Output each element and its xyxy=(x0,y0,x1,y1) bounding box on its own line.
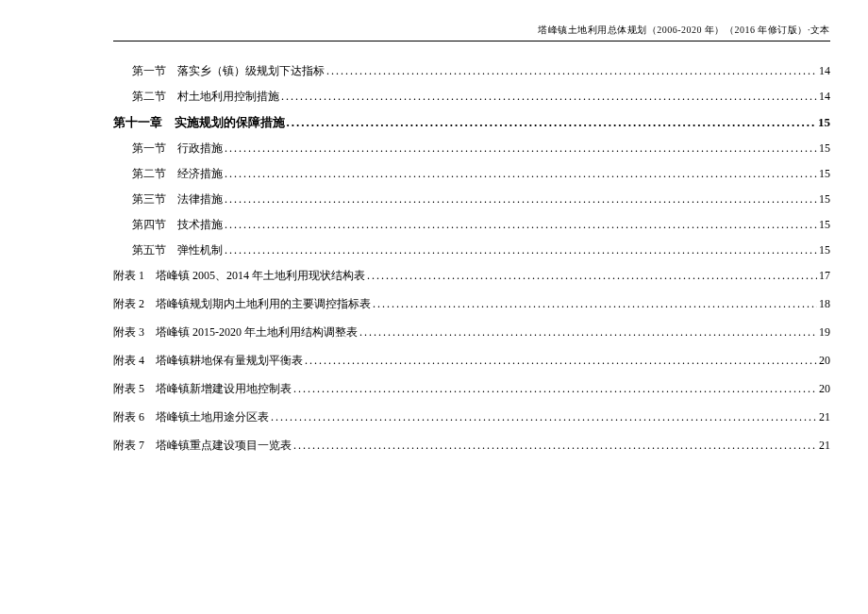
toc-entry: 第五节 弹性机制................................… xyxy=(113,244,830,256)
toc-entry: 第四节 技术措施................................… xyxy=(113,219,830,230)
toc-leader-dots: ........................................… xyxy=(223,219,817,230)
toc-entry: 第一节 行政措施................................… xyxy=(113,142,830,154)
toc-entry-label: 第二节 xyxy=(132,91,172,102)
toc-leader-dots: ........................................… xyxy=(358,326,817,338)
toc-entry-page: 17 xyxy=(817,270,830,281)
toc-entry-page: 20 xyxy=(817,355,830,366)
toc-entry-title: 实施规划的保障措施 xyxy=(175,116,285,128)
toc-leader-dots: ........................................… xyxy=(279,91,817,102)
toc-entry: 第十一章 实施规划的保障措施..........................… xyxy=(113,116,830,128)
toc-entry-label: 附表 6 xyxy=(113,411,150,423)
toc-entry-page: 20 xyxy=(817,383,830,394)
toc-entry-label: 附表 2 xyxy=(113,298,150,309)
toc-entry: 附表 2 塔峰镇规划期内土地利用的主要调控指标表................… xyxy=(113,298,830,309)
toc-leader-dots: ........................................… xyxy=(223,193,817,205)
toc-entry-title: 落实乡（镇）级规划下达指标 xyxy=(177,65,325,76)
toc-entry-page: 15 xyxy=(817,142,830,154)
header-rule xyxy=(113,41,830,41)
toc-entry-title: 村土地利用控制措施 xyxy=(177,91,279,102)
toc-leader-dots: ........................................… xyxy=(303,355,817,366)
toc-entry: 第二节 经济措施................................… xyxy=(113,168,830,179)
toc-entry-title: 塔峰镇 2005、2014 年土地利用现状结构表 xyxy=(156,270,365,281)
toc-entry-title: 经济措施 xyxy=(177,168,223,179)
toc-entry: 第三节 法律措施................................… xyxy=(113,193,830,205)
toc-entry-label: 第五节 xyxy=(132,244,172,256)
toc-entry-page: 15 xyxy=(817,193,830,205)
table-of-contents: 第一节 落实乡（镇）级规划下达指标.......................… xyxy=(113,65,830,451)
toc-entry-label: 附表 7 xyxy=(113,440,150,451)
toc-leader-dots: ........................................… xyxy=(223,168,817,179)
toc-leader-dots: ........................................… xyxy=(223,244,817,256)
toc-entry: 附表 1 塔峰镇 2005、2014 年土地利用现状结构表...........… xyxy=(113,270,830,281)
toc-entry-label: 附表 1 xyxy=(113,270,150,281)
toc-entry-page: 21 xyxy=(817,440,830,451)
toc-entry-title: 法律措施 xyxy=(177,193,223,205)
page-header: 塔峰镇土地利用总体规划（2006-2020 年）（2016 年修订版）·文本 xyxy=(113,19,830,41)
toc-entry-page: 15 xyxy=(816,116,830,128)
toc-entry-page: 19 xyxy=(817,326,830,338)
toc-leader-dots: ........................................… xyxy=(365,270,817,281)
toc-entry-page: 15 xyxy=(817,244,830,256)
toc-leader-dots: ........................................… xyxy=(269,411,817,423)
toc-entry: 附表 5 塔峰镇新增建设用地控制表.......................… xyxy=(113,383,830,394)
toc-entry-title: 塔峰镇重点建设项目一览表 xyxy=(156,440,292,451)
toc-entry-label: 附表 4 xyxy=(113,355,150,366)
toc-entry-page: 18 xyxy=(817,298,830,309)
toc-entry-title: 塔峰镇规划期内土地利用的主要调控指标表 xyxy=(156,298,371,309)
toc-leader-dots: ........................................… xyxy=(223,142,817,154)
toc-entry: 附表 7 塔峰镇重点建设项目一览表.......................… xyxy=(113,440,830,451)
toc-entry: 附表 4 塔峰镇耕地保有量规划平衡表......................… xyxy=(113,355,830,366)
toc-entry-title: 行政措施 xyxy=(177,142,223,154)
toc-leader-dots: ........................................… xyxy=(285,116,817,128)
toc-leader-dots: ........................................… xyxy=(292,440,817,451)
toc-entry-label: 第一节 xyxy=(132,65,172,76)
toc-entry-label: 第三节 xyxy=(132,193,172,205)
toc-entry-label: 附表 3 xyxy=(113,326,150,338)
page: 塔峰镇土地利用总体规划（2006-2020 年）（2016 年修订版）·文本 第… xyxy=(0,0,868,614)
toc-entry-label: 附表 5 xyxy=(113,383,150,394)
toc-entry-title: 塔峰镇新增建设用地控制表 xyxy=(156,383,292,394)
toc-entry-title: 塔峰镇土地用途分区表 xyxy=(156,411,269,423)
toc-entry-page: 21 xyxy=(817,411,830,423)
toc-entry: 第二节 村土地利用控制措施...........................… xyxy=(113,91,830,102)
toc-entry-label: 第一节 xyxy=(132,142,172,154)
toc-leader-dots: ........................................… xyxy=(292,383,817,394)
toc-entry-page: 15 xyxy=(817,219,830,230)
toc-entry-label: 第四节 xyxy=(132,219,172,230)
toc-entry-label: 第二节 xyxy=(132,168,172,179)
toc-entry-label: 第十一章 xyxy=(113,116,168,128)
toc-entry: 附表 3 塔峰镇 2015-2020 年土地利用结构调整表...........… xyxy=(113,326,830,338)
toc-entry-title: 弹性机制 xyxy=(177,244,223,256)
toc-entry-page: 14 xyxy=(817,65,830,76)
toc-entry-title: 塔峰镇耕地保有量规划平衡表 xyxy=(156,355,303,366)
toc-entry: 第一节 落实乡（镇）级规划下达指标.......................… xyxy=(113,65,830,76)
toc-entry-title: 塔峰镇 2015-2020 年土地利用结构调整表 xyxy=(156,326,358,338)
toc-leader-dots: ........................................… xyxy=(325,65,817,76)
toc-entry-title: 技术措施 xyxy=(177,219,223,230)
toc-entry-page: 15 xyxy=(817,168,830,179)
toc-entry: 附表 6 塔峰镇土地用途分区表.........................… xyxy=(113,411,830,423)
toc-entry-page: 14 xyxy=(817,91,830,102)
toc-leader-dots: ........................................… xyxy=(371,298,817,309)
